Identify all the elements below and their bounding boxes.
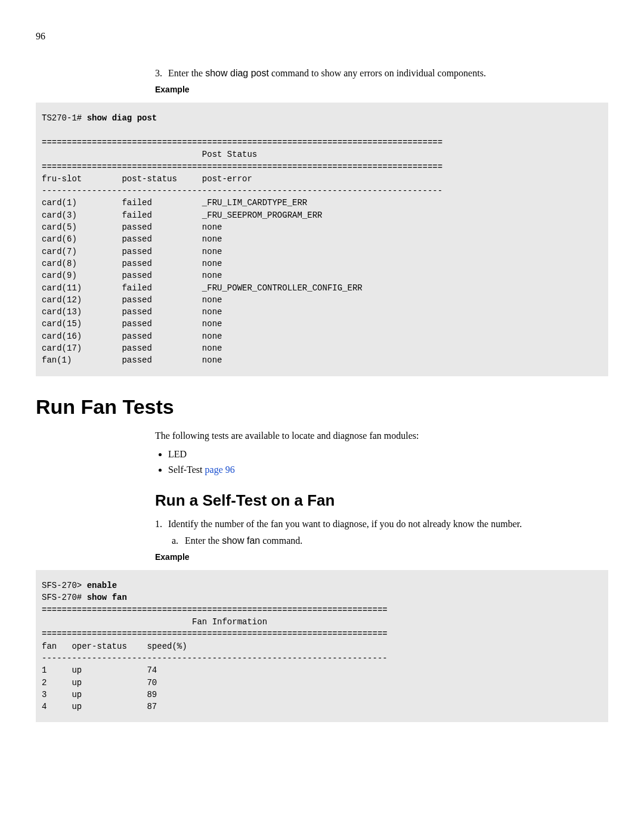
step-1: 1. Identify the number of the fan you wa…: [155, 518, 608, 531]
page-number: 96: [36, 30, 608, 43]
intro-paragraph: The following tests are available to loc…: [155, 429, 608, 442]
cli-prompt: TS270-1#: [42, 113, 87, 123]
step-text: Enter the show diag post command to show…: [168, 67, 486, 80]
list-item: LED: [168, 448, 608, 461]
cli-output: ========================================…: [42, 605, 388, 711]
tests-list: LED Self-Test page 96: [168, 448, 608, 477]
page-link[interactable]: page 96: [205, 465, 235, 475]
step-text-pre: Enter the: [168, 68, 205, 78]
cli-prompt: SFS-270#: [42, 593, 87, 602]
cli-command: enable: [87, 581, 117, 590]
substep-text-post: command.: [260, 535, 302, 546]
step-number: 1.: [155, 518, 168, 531]
example-label: Example: [155, 552, 608, 563]
fan-tests-intro-block: The following tests are available to loc…: [155, 429, 608, 476]
step-number: 3.: [155, 67, 168, 80]
list-item: Self-Test page 96: [168, 463, 608, 476]
step-text-post: command to show any errors on individual…: [269, 68, 486, 78]
inline-command: show fan: [222, 535, 260, 546]
cli-prompt: SFS-270>: [42, 581, 87, 590]
substep-text: Enter the show fan command.: [185, 534, 302, 547]
list-item-text: Self-Test: [168, 465, 205, 475]
code-block-fan-info: SFS-270> enable SFS-270# show fan ======…: [36, 570, 608, 722]
cli-command: show fan: [87, 593, 127, 602]
heading-run-self-test: Run a Self-Test on a Fan: [155, 490, 608, 511]
step-3: 3. Enter the show diag post command to s…: [155, 67, 608, 80]
substep-number: a.: [172, 534, 185, 547]
example-label: Example: [155, 84, 608, 96]
substep-text-pre: Enter the: [185, 535, 222, 546]
step-3-block: 3. Enter the show diag post command to s…: [155, 67, 608, 95]
cli-command: show diag post: [87, 113, 157, 123]
code-block-post-status: TS270-1# show diag post ================…: [36, 103, 608, 376]
inline-command: show diag post: [205, 68, 269, 78]
heading-run-fan-tests: Run Fan Tests: [36, 393, 608, 422]
step-text: Identify the number of the fan you want …: [168, 518, 522, 531]
substep-a: a. Enter the show fan command.: [172, 534, 608, 547]
cli-output: ========================================…: [42, 138, 442, 365]
self-test-section: Run a Self-Test on a Fan 1. Identify the…: [155, 490, 608, 563]
